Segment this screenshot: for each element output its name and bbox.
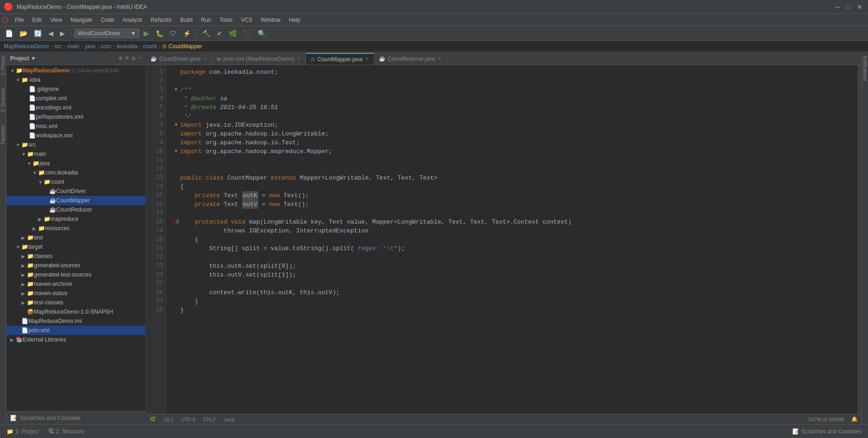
scrollbar-vertical[interactable] xyxy=(858,65,861,414)
sidebar-scratches[interactable]: 📝 Scratches and Consoles xyxy=(7,411,145,424)
tree-item-idea[interactable]: ▼ 📁 .idea xyxy=(7,75,145,84)
tab-close-icon[interactable]: ✕ xyxy=(365,56,369,62)
sidebar-hide-btn[interactable]: − xyxy=(138,55,142,62)
tree-item-countmapper[interactable]: ☕ CountMapper xyxy=(7,196,145,205)
sync-button[interactable]: 🔄 xyxy=(32,29,44,38)
tree-item-gitignore[interactable]: 📄 .gitignore xyxy=(7,84,145,94)
close-button[interactable]: ✕ xyxy=(855,3,864,11)
menu-navigate[interactable]: Navigate xyxy=(67,16,96,24)
minimize-button[interactable]: ─ xyxy=(834,3,842,11)
right-tab-notifications[interactable]: Notifications xyxy=(862,54,868,83)
tree-item-comleokadia[interactable]: ▼ 📁 com.leokadia xyxy=(7,168,145,177)
menu-code[interactable]: Code xyxy=(97,16,118,24)
terminal-button[interactable]: ⬛ xyxy=(241,29,254,38)
menu-help[interactable]: Help xyxy=(285,16,304,24)
tree-item-mapreducedemo[interactable]: ▼ 📁 MapReduceDemo D:\JAVAcodeIDEA\M xyxy=(7,66,145,75)
tree-item-countdriver[interactable]: ☕ CountDriver xyxy=(7,187,145,196)
breadcrumb-com[interactable]: com xyxy=(101,43,111,50)
tree-item-main[interactable]: ▼ 📁 main xyxy=(7,149,145,159)
bottom-item-project[interactable]: 📁 1: Project xyxy=(4,427,42,436)
breadcrumb-src[interactable]: src xyxy=(54,43,62,50)
tree-item-encodings-xml[interactable]: 📄 encodings.xml xyxy=(7,103,145,112)
tree-item-countreducer[interactable]: ☕ CountReducer xyxy=(7,205,145,214)
breadcrumb-leokadia[interactable]: leokadia xyxy=(117,43,137,50)
code-content[interactable]: package com.leokadia.count; ▼ /** * @aut… xyxy=(166,65,858,414)
tab-pom[interactable]: m pom.xml (MapReduceDemo) ✕ xyxy=(212,53,307,64)
breadcrumb-java[interactable]: java xyxy=(85,43,95,50)
search-button[interactable]: 🔍 xyxy=(255,29,268,38)
tree-item-count[interactable]: ▼ 📁 count xyxy=(7,177,145,187)
tree-item-resources[interactable]: ▶ 📁 resources xyxy=(7,224,145,233)
open-button[interactable]: 📂 xyxy=(17,29,30,38)
window-title: MapReduceDemo - CountMapper.java - Intel… xyxy=(17,4,147,10)
maximize-button[interactable]: □ xyxy=(845,3,852,11)
breadcrumb-mapreducedemo[interactable]: MapReduceDemo xyxy=(4,43,49,50)
menu-run[interactable]: Run xyxy=(197,16,215,24)
tree-item-test-classes[interactable]: ▶ 📁 test-classes xyxy=(7,298,145,307)
breadcrumb-count[interactable]: count xyxy=(143,43,157,50)
tree-arrow-icon: ▶ xyxy=(21,300,26,305)
debug-button[interactable]: 🐛 xyxy=(153,29,166,38)
tree-arrow-icon: ▼ xyxy=(16,245,20,250)
menu-view[interactable]: View xyxy=(46,16,66,24)
tree-item-jarrepos-xml[interactable]: 📄 jarRepositories.xml xyxy=(7,112,145,122)
tree-item-pom[interactable]: 📄 pom.xml xyxy=(7,326,145,335)
tab-countreducer[interactable]: ☕ CountReducer.java ✕ xyxy=(374,53,447,64)
tab-project[interactable]: 1: Project xyxy=(0,54,6,77)
bottom-item-scratches[interactable]: 📝 Scratches and Consoles xyxy=(790,427,864,436)
tree-item-maven-status[interactable]: ▶ 📁 maven-status xyxy=(7,289,145,298)
tree-item-target[interactable]: ▼ 📁 target xyxy=(7,242,145,251)
menu-edit[interactable]: Edit xyxy=(28,16,46,24)
breadcrumb-main[interactable]: main xyxy=(67,43,79,50)
tab-structure[interactable]: 2: Structure xyxy=(0,86,6,114)
menu-analyze[interactable]: Analyze xyxy=(119,16,146,24)
tree-item-compiler-xml[interactable]: 📄 compiler.xml xyxy=(7,94,145,103)
tree-item-external-libs[interactable]: ▶ 📚 External Libraries xyxy=(7,335,145,344)
tab-favorites[interactable]: Favorites xyxy=(0,123,6,146)
folder-icon: 📁 xyxy=(27,262,34,269)
sidebar-add-btn[interactable]: ⊕ xyxy=(119,55,123,62)
sidebar-collapse-btn[interactable]: ≡ xyxy=(125,55,129,62)
coverage-button[interactable]: 🛡 xyxy=(168,29,179,38)
tree-item-src[interactable]: ▼ 📁 src xyxy=(7,140,145,149)
bottom-item-structure[interactable]: 🏗 2: Structure xyxy=(46,427,87,436)
tab-close-icon[interactable]: ✕ xyxy=(437,56,442,62)
menu-vcs[interactable]: VCS xyxy=(237,16,256,24)
menu-refactor[interactable]: Refactor xyxy=(147,16,176,24)
tree-item-jar[interactable]: 📦 MapReduceDemo-1.0-SNAPSH xyxy=(7,307,145,316)
status-line-ending: CRLF xyxy=(203,417,216,422)
tree-item-gen-test-sources[interactable]: ▶ 📁 generated-test-sources xyxy=(7,270,145,279)
tree-item-java[interactable]: ▼ 📁 java xyxy=(7,159,145,168)
back-button[interactable]: ◀ xyxy=(46,29,56,38)
fold-icon[interactable]: ▼ xyxy=(175,121,177,129)
profile-button[interactable]: ⚡ xyxy=(181,29,193,38)
tree-item-misc-xml[interactable]: 📄 misc.xml xyxy=(7,122,145,131)
tab-close-icon[interactable]: ✕ xyxy=(203,56,207,62)
tab-countmapper[interactable]: ⊙ CountMapper.java ✕ xyxy=(306,53,374,64)
menu-file[interactable]: File xyxy=(11,16,27,24)
vcs-button[interactable]: 🌿 xyxy=(227,29,239,38)
tree-item-test[interactable]: ▶ 📁 test xyxy=(7,233,145,242)
tree-item-iml[interactable]: 📄 MapReduceDemo.iml xyxy=(7,316,145,326)
tree-item-classes[interactable]: ▶ 📁 classes xyxy=(7,251,145,261)
commit-button[interactable]: ✔ xyxy=(215,29,225,38)
code-line-28: } xyxy=(172,306,858,315)
tab-countdriver[interactable]: ☕ CountDriver.java ✕ xyxy=(146,53,212,64)
tree-item-maven-archiver[interactable]: ▶ 📁 maven-archiver xyxy=(7,279,145,289)
fold-icon[interactable]: ▼ xyxy=(175,147,177,156)
tree-item-mapreduce[interactable]: ▶ 📁 mapreduce xyxy=(7,214,145,224)
tree-item-gen-sources[interactable]: ▶ 📁 generated-sources xyxy=(7,261,145,270)
menu-build[interactable]: Build xyxy=(176,16,196,24)
menu-window[interactable]: Window xyxy=(257,16,284,24)
forward-button[interactable]: ▶ xyxy=(58,29,67,38)
tree-item-workspace-xml[interactable]: 📄 workspace.xml xyxy=(7,131,145,140)
run-button[interactable]: ▶ xyxy=(141,28,151,39)
code-editor[interactable]: 1 2 3 4 5 6 7 8 9 10 11 12 13 14 15 16 1… xyxy=(146,65,861,414)
fold-icon[interactable]: ▼ xyxy=(175,85,177,94)
tab-close-icon[interactable]: ✕ xyxy=(297,56,301,62)
build-button[interactable]: 🔨 xyxy=(200,29,213,38)
menu-tools[interactable]: Tools xyxy=(216,16,236,24)
run-config-dropdown[interactable]: WordCountDriver ▼ xyxy=(74,29,139,38)
new-file-button[interactable]: 📄 xyxy=(3,29,15,38)
sidebar-settings-btn[interactable]: ⚙ xyxy=(131,55,135,62)
